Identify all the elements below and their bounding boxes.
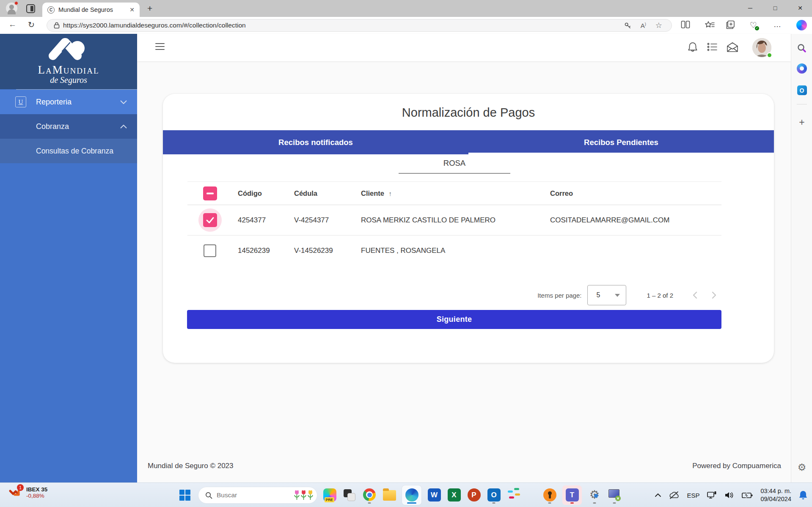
company-logo: LaMundial de Seguros (0, 34, 137, 89)
teams-app[interactable]: T (562, 485, 582, 505)
cell-cliente: FUENTES , ROSANGELA (361, 247, 550, 255)
row-checkbox[interactable] (203, 213, 217, 227)
search-input[interactable] (399, 157, 510, 174)
cell-cedula: V-14526239 (294, 247, 361, 255)
browser-essentials-icon[interactable]: ♡ ✓ (750, 20, 757, 30)
settings-app[interactable]: ⚙ (587, 485, 602, 505)
battery-charging-icon[interactable] (741, 491, 753, 499)
taskbar-search-input[interactable] (217, 491, 289, 499)
cell-correo: COSITADELAMARRE@GMAIL.COM (550, 216, 721, 225)
volume-icon[interactable] (724, 491, 734, 499)
cell-cedula: V-4254377 (294, 216, 361, 225)
app-sidebar: LaMundial de Seguros U Reporteria Cobran… (0, 34, 137, 482)
word-icon: W (428, 488, 441, 502)
page-size-select[interactable]: 5 (587, 285, 626, 305)
edge-app-active[interactable] (402, 485, 421, 505)
sidebar-item-cobranza[interactable]: Cobranza (0, 114, 137, 139)
favorites-hub-icon[interactable] (705, 20, 715, 29)
outlook-app[interactable]: O (487, 485, 501, 505)
profile-person-icon (9, 5, 14, 9)
remote-desktop-icon: ✕ (608, 488, 621, 501)
cell-codigo: 14526239 (238, 247, 294, 255)
previous-page-icon[interactable] (693, 291, 697, 299)
bing-search-icon[interactable] (791, 43, 812, 53)
add-rail-item-icon[interactable]: + (791, 117, 812, 128)
stocks-widget[interactable]: 1 IBEX 35 -0,88% (8, 486, 47, 499)
onedrive-paused-icon[interactable] (669, 491, 680, 499)
screen: C Mundial de Seguros ✕ + ─ □ ✕ ← ↻ https… (0, 0, 812, 507)
tab-close-icon[interactable]: ✕ (129, 6, 135, 13)
new-tab-button[interactable]: + (147, 3, 152, 14)
row-checkbox[interactable] (203, 244, 217, 258)
window-minimize-button[interactable]: ─ (740, 5, 760, 11)
powerpoint-app[interactable]: P (467, 485, 481, 505)
window-close-button[interactable]: ✕ (790, 5, 810, 11)
table-row[interactable]: 14526239 V-14526239 FUENTES , ROSANGELA (187, 236, 721, 266)
language-indicator[interactable]: ESP (687, 492, 699, 499)
table-row[interactable]: 4254377 V-4254377 ROSA MERKIZ CASTILLO D… (187, 205, 721, 236)
tab-recibos-notificados[interactable]: Recibos notificados (163, 130, 468, 154)
logo-text-main: LaMundial (0, 63, 137, 77)
openvpn-icon (543, 488, 556, 502)
browser-tab[interactable]: C Mundial de Seguros ✕ (42, 3, 140, 17)
openvpn-app[interactable] (542, 485, 557, 505)
tray-date: 09/04/2024 (760, 495, 791, 503)
window-maximize-button[interactable]: □ (765, 5, 785, 11)
col-header-codigo[interactable]: Código (238, 189, 294, 197)
refresh-icon[interactable]: ↻ (28, 20, 35, 30)
outlook-icon[interactable]: O (791, 85, 812, 95)
tab-title: Mundial de Seguros (58, 6, 126, 13)
rail-settings-gear-icon[interactable]: ⚙ (791, 462, 812, 473)
excel-app[interactable]: X (447, 485, 461, 505)
start-button[interactable] (179, 490, 190, 501)
mail-icon[interactable] (726, 41, 739, 53)
read-aloud-icon[interactable]: A) (641, 22, 646, 29)
slack-app[interactable] (506, 485, 521, 505)
system-tray: ESP 03:44 p. m. 09/04/2024 (655, 483, 808, 507)
slack-icon (508, 488, 520, 501)
back-icon[interactable]: ← (8, 20, 17, 29)
task-view-button[interactable] (342, 485, 357, 505)
stock-arrow-icon: 1 (8, 486, 22, 499)
copilot-icon[interactable] (796, 20, 807, 30)
select-all-checkbox[interactable] (203, 186, 217, 200)
col-header-cliente[interactable]: Cliente ↑ (361, 189, 550, 197)
reporteria-icon: U (15, 96, 26, 107)
microsoft-365-icon[interactable] (791, 63, 812, 74)
logo-text-sub: de Seguros (0, 75, 137, 85)
menu-hamburger-icon[interactable] (155, 43, 165, 52)
siguiente-button[interactable]: Siguiente (187, 310, 721, 329)
remote-desktop-app[interactable]: ✕ (607, 485, 622, 505)
search-highlight-tulips-icon (294, 490, 314, 501)
col-header-cedula[interactable]: Cédula (294, 189, 361, 197)
address-bar[interactable]: https://sys2000.lamundialdeseguros.com/#… (47, 19, 672, 32)
split-screen-icon[interactable] (681, 20, 690, 29)
chrome-app[interactable] (362, 485, 377, 505)
url-text[interactable]: https://sys2000.lamundialdeseguros.com/#… (63, 22, 624, 29)
notifications-bell-icon[interactable] (687, 41, 698, 53)
browser-profile-button[interactable] (6, 3, 17, 14)
task-list-icon[interactable] (707, 41, 718, 52)
tab-actions-icon[interactable] (26, 4, 35, 13)
notifications-tray-bell-icon[interactable] (798, 490, 808, 500)
cell-cliente: ROSA MERKIZ CASTILLO DE PALMERO (361, 216, 550, 225)
password-key-icon[interactable] (624, 22, 631, 29)
taskbar-search[interactable] (198, 487, 317, 504)
checked-checkbox-icon (203, 213, 217, 227)
tab-recibos-pendientes[interactable]: Recibos Pendientes (468, 130, 774, 154)
collections-icon[interactable] (726, 20, 735, 29)
favorite-star-icon[interactable]: ☆ (655, 21, 662, 30)
network-icon[interactable] (707, 491, 717, 499)
tray-clock[interactable]: 03:44 p. m. 09/04/2024 (760, 487, 791, 503)
sidebar-item-reporteria[interactable]: U Reporteria (0, 90, 137, 114)
copilot-pre-app[interactable]: PRE (322, 485, 337, 505)
taskbar-apps: PRE W X P O T ⚙ ✕ (322, 485, 622, 505)
file-explorer-app[interactable] (382, 485, 396, 505)
cell-codigo: 4254377 (238, 216, 294, 225)
next-page-icon[interactable] (712, 291, 716, 299)
more-menu-icon[interactable]: … (773, 20, 782, 29)
col-header-correo[interactable]: Correo (550, 189, 721, 197)
sidebar-item-consultas-de-cobranza[interactable]: Consultas de Cobranza (0, 139, 137, 163)
tray-chevron-up-icon[interactable] (655, 493, 661, 497)
word-app[interactable]: W (427, 485, 441, 505)
